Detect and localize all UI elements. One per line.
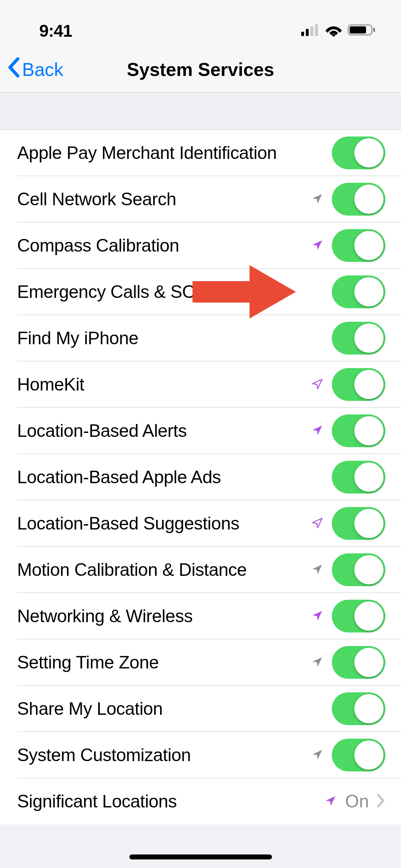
list-item: Compass Calibration bbox=[0, 222, 401, 269]
home-indicator bbox=[129, 854, 272, 859]
row-label: HomeKit bbox=[17, 374, 311, 395]
row-value: On bbox=[345, 791, 369, 812]
toggle-switch[interactable] bbox=[332, 183, 385, 216]
row-label: Emergency Calls & SOS bbox=[17, 281, 332, 302]
list-item: Find My iPhone bbox=[0, 315, 401, 361]
location-arrow-icon bbox=[311, 609, 324, 623]
row-label: Setting Time Zone bbox=[17, 652, 311, 673]
toggle-switch[interactable] bbox=[332, 461, 385, 494]
list-item: Location-Based Alerts bbox=[0, 408, 401, 454]
chevron-right-icon bbox=[377, 794, 385, 809]
toggle-switch[interactable] bbox=[332, 692, 385, 725]
row-label: Location-Based Alerts bbox=[17, 420, 311, 441]
toggle-switch[interactable] bbox=[332, 600, 385, 632]
status-time: 9:41 bbox=[21, 21, 72, 41]
row-label: Networking & Wireless bbox=[17, 606, 311, 626]
toggle-switch[interactable] bbox=[332, 507, 385, 540]
svg-point-4 bbox=[332, 34, 335, 36]
back-label: Back bbox=[22, 59, 63, 80]
list-item: Location-Based Suggestions bbox=[0, 500, 401, 547]
chevron-left-icon bbox=[7, 57, 21, 82]
list-item: Location-Based Apple Ads bbox=[0, 454, 401, 500]
row-label: Apple Pay Merchant Identification bbox=[17, 143, 332, 163]
row-label: Compass Calibration bbox=[17, 235, 311, 256]
list-item: Apple Pay Merchant Identification bbox=[0, 130, 401, 176]
row-label: System Customization bbox=[17, 745, 311, 765]
list-item: Cell Network Search bbox=[0, 176, 401, 222]
toggle-switch[interactable] bbox=[332, 322, 385, 355]
row-label: Location-Based Apple Ads bbox=[17, 467, 332, 487]
toggle-switch[interactable] bbox=[332, 275, 385, 308]
status-bar: 9:41 bbox=[0, 0, 401, 46]
toggle-switch[interactable] bbox=[332, 368, 385, 401]
svg-rect-6 bbox=[350, 26, 366, 33]
toggle-switch[interactable] bbox=[332, 553, 385, 586]
toggle-switch[interactable] bbox=[332, 646, 385, 679]
svg-rect-7 bbox=[373, 28, 375, 32]
settings-list: Apple Pay Merchant Identification Cell N… bbox=[0, 130, 401, 825]
location-arrow-icon bbox=[311, 563, 324, 577]
svg-rect-3 bbox=[315, 24, 318, 36]
cellular-icon bbox=[301, 24, 320, 37]
list-item[interactable]: Significant Locations On bbox=[0, 778, 401, 825]
toggle-switch[interactable] bbox=[332, 414, 385, 447]
location-arrow-icon bbox=[311, 516, 324, 531]
section-spacer bbox=[0, 93, 401, 130]
status-indicators bbox=[301, 24, 380, 38]
toggle-switch[interactable] bbox=[332, 136, 385, 169]
location-arrow-icon bbox=[311, 377, 324, 392]
list-item: Share My Location bbox=[0, 686, 401, 732]
list-item: Networking & Wireless bbox=[0, 593, 401, 639]
location-arrow-icon bbox=[311, 192, 324, 206]
location-arrow-icon bbox=[324, 794, 337, 808]
back-button[interactable]: Back bbox=[0, 57, 63, 82]
row-label: Significant Locations bbox=[17, 791, 324, 812]
row-label: Find My iPhone bbox=[17, 328, 332, 348]
wifi-icon bbox=[325, 24, 343, 38]
svg-rect-1 bbox=[306, 29, 309, 36]
location-arrow-icon bbox=[311, 238, 324, 253]
location-arrow-icon bbox=[311, 424, 324, 438]
svg-rect-0 bbox=[301, 32, 304, 36]
list-item: Motion Calibration & Distance bbox=[0, 547, 401, 593]
row-label: Location-Based Suggestions bbox=[17, 513, 311, 534]
row-label: Motion Calibration & Distance bbox=[17, 559, 311, 580]
row-label: Share My Location bbox=[17, 698, 332, 719]
toggle-switch[interactable] bbox=[332, 229, 385, 262]
list-item: HomeKit bbox=[0, 361, 401, 408]
list-item: Emergency Calls & SOS bbox=[0, 269, 401, 315]
svg-rect-2 bbox=[310, 26, 313, 36]
battery-icon bbox=[348, 24, 376, 38]
nav-bar: Back System Services bbox=[0, 46, 401, 93]
location-arrow-icon bbox=[311, 748, 324, 762]
location-arrow-icon bbox=[311, 655, 324, 670]
list-item: System Customization bbox=[0, 732, 401, 778]
row-label: Cell Network Search bbox=[17, 189, 311, 210]
list-item: Setting Time Zone bbox=[0, 639, 401, 686]
toggle-switch[interactable] bbox=[332, 739, 385, 771]
